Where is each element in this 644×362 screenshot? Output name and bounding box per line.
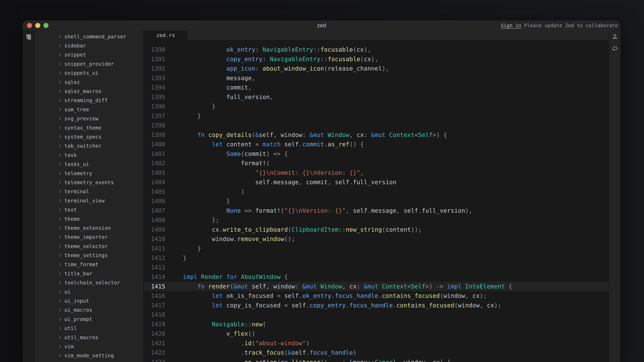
- project-panel[interactable]: shell_command_parsersidebarsnippetsnippe…: [34, 30, 144, 362]
- code-line[interactable]: 1411 }: [144, 244, 609, 253]
- tab-zed-rs[interactable]: zed.rs: [144, 30, 188, 40]
- sidebar-item-theme_settings[interactable]: theme_settings: [34, 251, 144, 260]
- sidebar-item-svg_preview[interactable]: svg_preview: [34, 114, 144, 123]
- sidebar-item-title_bar[interactable]: title_bar: [34, 269, 144, 278]
- code-text: ): [183, 188, 244, 195]
- sidebar-item-tab_switcher[interactable]: tab_switcher: [34, 141, 144, 150]
- sidebar-item-snippet[interactable]: snippet: [34, 50, 144, 59]
- line-number: 1390: [144, 46, 165, 53]
- sidebar-item-shell_command_parser[interactable]: shell_command_parser: [34, 32, 144, 41]
- sidebar-item-watch[interactable]: watch: [34, 360, 144, 362]
- code-line[interactable]: 1417 let copy_is_focused = self.copy_ent…: [144, 301, 609, 310]
- sidebar-item-system_specs[interactable]: system_specs: [34, 132, 144, 141]
- code-line[interactable]: 1415 fn render(&mut self, window: &mut W…: [144, 282, 609, 291]
- sidebar-item-toolchain_selector[interactable]: toolchain_selector: [34, 278, 144, 287]
- sidebar-item-ui_prompt[interactable]: ui_prompt: [34, 315, 144, 324]
- line-number: 1399: [144, 132, 165, 138]
- code-line[interactable]: 1404 self.message, commit, self.full_ver…: [144, 177, 609, 187]
- code-line[interactable]: 1399 fn copy_details(&self, window: &mut…: [144, 130, 609, 140]
- sidebar-item-label: tab_switcher: [64, 143, 102, 149]
- code-line[interactable]: 1396 }: [144, 102, 609, 111]
- person-icon: [612, 33, 618, 40]
- code-line[interactable]: 1420 v_flex(): [144, 329, 609, 339]
- code-line[interactable]: 1405 ): [144, 187, 609, 197]
- project-panel-button[interactable]: [25, 33, 32, 40]
- sidebar-item-ui_macros[interactable]: ui_macros: [34, 306, 144, 315]
- code-line[interactable]: 1410 window.remove_window();: [144, 234, 609, 244]
- minimize-button[interactable]: [35, 23, 40, 28]
- sidebar-item-telemetry_events[interactable]: telemetry_events: [34, 178, 144, 187]
- chevron-right-icon: [58, 117, 64, 120]
- sidebar-item-vim[interactable]: vim: [34, 342, 144, 351]
- code-line[interactable]: 1409 cx.write_to_clipboard(ClipboardItem…: [144, 225, 609, 234]
- sidebar-item-vim_mode_setting[interactable]: vim_mode_setting: [34, 351, 144, 360]
- code-line[interactable]: 1395 full_version,: [144, 92, 609, 102]
- code-line[interactable]: 1407 None => format!("{}\nVersion: {}", …: [144, 206, 609, 216]
- sign-in-link[interactable]: Sign in: [501, 23, 521, 28]
- code-line[interactable]: 1397 }: [144, 111, 609, 121]
- code-line[interactable]: 1398: [144, 121, 609, 130]
- code-line[interactable]: 1394 commit,: [144, 83, 609, 92]
- sidebar-item-util_macros[interactable]: util_macros: [34, 333, 144, 342]
- sidebar-item-snippets_ui[interactable]: snippets_ui: [34, 68, 144, 78]
- tab-bar[interactable]: zed.rs: [144, 30, 609, 40]
- code-line[interactable]: 1400 let content = match self.commit.as_…: [144, 140, 609, 149]
- code-line[interactable]: 1391 copy_entry: NavigableEntry::focusab…: [144, 54, 609, 64]
- code-line[interactable]: 1419 Navigable::new(: [144, 320, 609, 329]
- sidebar-item-sqlez[interactable]: sqlez: [34, 78, 144, 87]
- titlebar[interactable]: zed Sign in Please update Zed to collabo…: [23, 21, 620, 30]
- sidebar-item-text[interactable]: text: [34, 205, 144, 214]
- left-dock: [23, 30, 34, 362]
- sidebar-item-sidebar[interactable]: sidebar: [34, 41, 144, 50]
- code-text: full_version,: [183, 94, 273, 100]
- line-number: 1398: [144, 122, 165, 129]
- chevron-right-icon: [58, 336, 64, 339]
- zoom-button[interactable]: [44, 23, 48, 28]
- sidebar-item-terminal_view[interactable]: terminal_view: [34, 196, 144, 205]
- sidebar-item-sum_tree[interactable]: sum_tree: [34, 105, 144, 114]
- code-line[interactable]: 1416 let ok_is_focused = self.ok_entry.f…: [144, 291, 609, 301]
- chevron-right-icon: [58, 99, 64, 101]
- code-line[interactable]: 1390 ok_entry: NavigableEntry::focusable…: [144, 45, 609, 54]
- code-line[interactable]: 1422 .track_focus(&self.focus_handle): [144, 348, 609, 358]
- sidebar-item-syntax_theme[interactable]: syntax_theme: [34, 123, 144, 132]
- sidebar-item-streaming_diff[interactable]: streaming_diff: [34, 96, 144, 105]
- code-line[interactable]: 1406 }: [144, 196, 609, 206]
- sidebar-item-tasks_ui[interactable]: tasks_ui: [34, 160, 144, 169]
- code-line[interactable]: 1423 .on_action(cx.listener(|_, _: &menu…: [144, 358, 609, 362]
- sidebar-item-ui_input[interactable]: ui_input: [34, 296, 144, 305]
- sidebar-item-task[interactable]: task: [34, 150, 144, 160]
- chevron-right-icon: [58, 254, 64, 256]
- close-button[interactable]: [27, 23, 32, 28]
- sidebar-item-terminal[interactable]: terminal: [34, 187, 144, 196]
- chevron-right-icon: [58, 300, 64, 302]
- sidebar-item-snippet_provider[interactable]: snippet_provider: [34, 59, 144, 68]
- code-line[interactable]: 1412}: [144, 253, 609, 263]
- sidebar-item-theme[interactable]: theme: [34, 214, 144, 223]
- code-line[interactable]: 1403 "{}\nCommit: {}\nVersion: {}",: [144, 168, 609, 178]
- code-text: self.message, commit, self.full_version: [183, 179, 396, 186]
- code-line[interactable]: 1421 .id("about-window"): [144, 339, 609, 348]
- code-line[interactable]: 1392 app_icon: about_window_icon(release…: [144, 64, 609, 73]
- sidebar-item-theme_selector[interactable]: theme_selector: [34, 242, 144, 251]
- chat-panel-button[interactable]: [611, 45, 619, 52]
- sidebar-item-util[interactable]: util: [34, 324, 144, 333]
- sidebar-item-time_format[interactable]: time_format: [34, 260, 144, 269]
- line-number: 1401: [144, 150, 165, 157]
- code-line[interactable]: 1418: [144, 310, 609, 320]
- code-line[interactable]: 1402 format!(: [144, 159, 609, 168]
- sidebar-item-theme_importer[interactable]: theme_importer: [34, 233, 144, 242]
- project-panel-icon: [25, 33, 32, 40]
- sidebar-item-ui[interactable]: ui: [34, 287, 144, 296]
- sidebar-item-sqlez_macros[interactable]: sqlez_macros: [34, 87, 144, 96]
- sidebar-item-theme_extension[interactable]: theme_extension: [34, 223, 144, 232]
- code-line[interactable]: 1401 Some(commit) => {: [144, 149, 609, 159]
- code-text: };: [183, 217, 219, 223]
- code-line[interactable]: 1414impl Render for AboutWindow {: [144, 272, 609, 282]
- collab-panel-button[interactable]: [611, 33, 619, 40]
- code-editor[interactable]: 1390 ok_entry: NavigableEntry::focusable…: [144, 40, 609, 362]
- code-line[interactable]: 1408 };: [144, 215, 609, 225]
- code-line[interactable]: 1413: [144, 263, 609, 272]
- sidebar-item-telemetry[interactable]: telemetry: [34, 169, 144, 178]
- code-line[interactable]: 1393 message,: [144, 73, 609, 83]
